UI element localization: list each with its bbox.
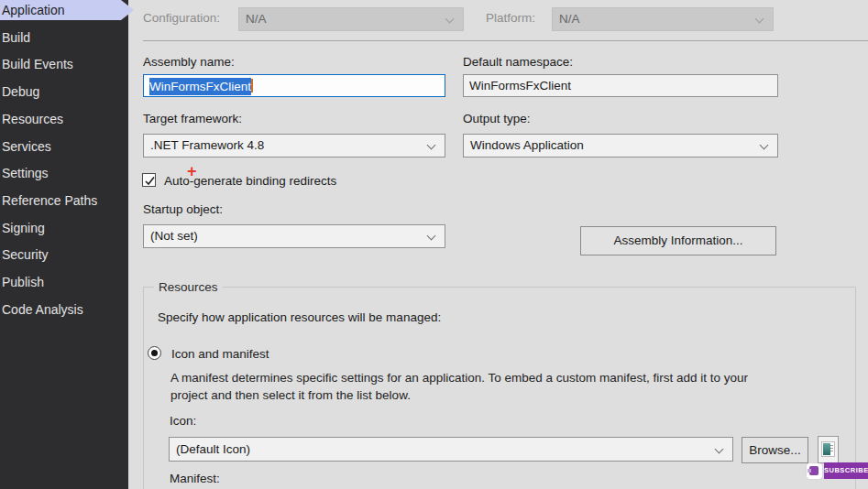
radio-dot xyxy=(151,350,158,356)
chevron-down-icon xyxy=(427,232,436,241)
project-properties-page: Application Build Build Events Debug Res… xyxy=(0,0,868,489)
sidebar-item-build[interactable]: Build xyxy=(2,28,126,47)
manifest-label: Manifest: xyxy=(170,472,220,485)
assembly-name-label: Assembly name: xyxy=(143,55,235,69)
sidebar-item-publish[interactable]: Publish xyxy=(2,273,126,291)
chevron-down-icon xyxy=(715,445,724,454)
sidebar-item-settings[interactable]: Settings xyxy=(2,164,126,182)
sidebar-item-code-analysis[interactable]: Code Analysis xyxy=(2,300,126,319)
platform-select: N/A xyxy=(552,7,774,31)
sidebar-item-application[interactable]: Application xyxy=(2,1,126,19)
red-plus-cursor-annotation xyxy=(187,165,197,178)
output-type-value: Windows Application xyxy=(470,138,584,152)
target-framework-label: Target framework: xyxy=(143,112,242,125)
startup-object-value: (Not set) xyxy=(150,229,198,243)
target-framework-value: .NET Framework 4.8 xyxy=(150,138,264,152)
startup-object-label: Startup object: xyxy=(143,202,223,216)
icon-select[interactable]: (Default Icon) xyxy=(169,437,733,462)
chevron-down-icon xyxy=(427,141,436,150)
properties-tab-list: Application Build Build Events Debug Res… xyxy=(0,0,128,489)
assembly-name-input[interactable]: WinFormsFxClient xyxy=(143,74,445,97)
platform-label: Platform: xyxy=(486,11,535,25)
icon-preview-button[interactable] xyxy=(818,436,839,463)
sidebar-item-signing[interactable]: Signing xyxy=(2,219,126,237)
sidebar-item-services[interactable]: Services xyxy=(2,137,126,156)
resources-description: Specify how application resources will b… xyxy=(158,310,441,324)
auto-generate-binding-redirects-checkbox[interactable] xyxy=(142,173,156,187)
icon-label: Icon: xyxy=(170,414,196,428)
target-framework-select[interactable]: .NET Framework 4.8 xyxy=(143,134,445,158)
assembly-name-selected-text: WinFormsFxClient xyxy=(149,78,251,95)
config-separator xyxy=(143,40,868,41)
configuration-value: N/A xyxy=(246,12,267,26)
manifest-help-text: A manifest determines specific settings … xyxy=(170,369,757,404)
subscribe-hand-icon xyxy=(807,463,822,479)
platform-value: N/A xyxy=(559,12,580,26)
configuration-label: Configuration: xyxy=(143,11,220,25)
chevron-down-icon xyxy=(755,15,764,24)
assembly-information-button[interactable]: Assembly Information... xyxy=(580,226,776,255)
output-type-select[interactable]: Windows Application xyxy=(463,134,778,158)
configuration-select: N/A xyxy=(238,7,464,31)
check-icon xyxy=(144,175,156,187)
chevron-down-icon xyxy=(445,15,455,24)
default-namespace-value: WinFormsFxClient xyxy=(469,79,571,92)
icon-and-manifest-radio[interactable] xyxy=(148,346,161,360)
sidebar-item-resources[interactable]: Resources xyxy=(2,110,126,128)
icon-and-manifest-label: Icon and manifest xyxy=(171,347,269,361)
image-icon xyxy=(821,441,835,457)
sidebar-item-debug[interactable]: Debug xyxy=(2,82,126,101)
resources-group-title: Resources xyxy=(154,279,223,295)
chevron-down-icon xyxy=(760,141,769,150)
default-namespace-label: Default namespace: xyxy=(463,55,573,69)
default-namespace-input[interactable]: WinFormsFxClient xyxy=(463,74,778,97)
text-caret xyxy=(251,79,253,92)
subscribe-badge: SUBSCRIBE xyxy=(824,462,868,479)
sidebar-item-reference-paths[interactable]: Reference Paths xyxy=(2,191,126,210)
output-type-label: Output type: xyxy=(463,112,531,125)
icon-value: (Default Icon) xyxy=(176,442,250,456)
sidebar-item-build-events[interactable]: Build Events xyxy=(2,55,126,73)
browse-button[interactable]: Browse... xyxy=(742,437,808,463)
sidebar-item-security[interactable]: Security xyxy=(2,245,126,264)
startup-object-select[interactable]: (Not set) xyxy=(143,224,445,248)
